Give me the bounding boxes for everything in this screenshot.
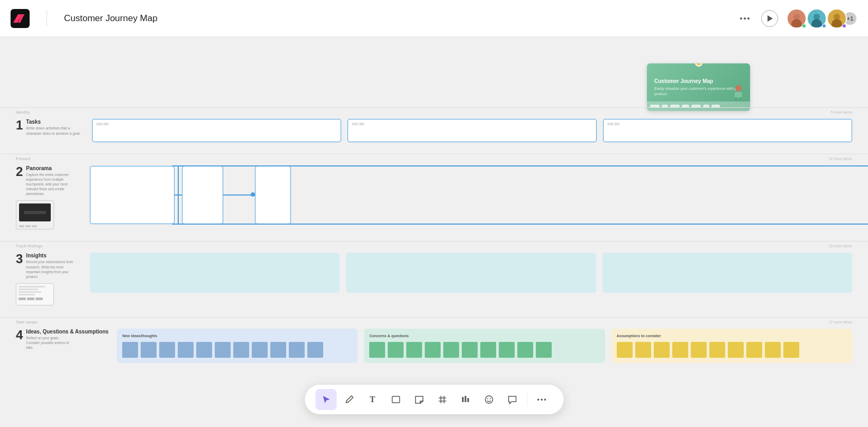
comment-tool-button[interactable] xyxy=(501,389,523,410)
sticky-green-10[interactable] xyxy=(536,342,552,358)
section-2-info: Panorama Capture the entire customer exp… xyxy=(26,165,74,196)
sticky-green-6[interactable] xyxy=(462,342,478,358)
section-4-content: 4 Ideas, Questions & Assumptions Reflect… xyxy=(0,327,868,368)
panorama-card-1[interactable] xyxy=(90,166,175,224)
panorama-card-2[interactable] xyxy=(182,166,223,224)
insight-card-3[interactable] xyxy=(602,253,852,293)
text-tool-button[interactable]: T xyxy=(362,389,383,410)
sticky-blue-3[interactable] xyxy=(159,342,175,358)
canvas[interactable]: Customer Journey Map Easily visualize yo… xyxy=(0,37,868,427)
section-4-num-info: 4 Ideas, Questions & Assumptions Reflect… xyxy=(16,329,108,350)
sticky-green-9[interactable] xyxy=(517,342,533,358)
page-title: Customer Journey Map xyxy=(64,13,158,24)
section-3-info: Insights Record your observations from r… xyxy=(26,253,74,279)
v-line-1 xyxy=(178,165,179,194)
sticky-yellow-2[interactable] xyxy=(635,342,651,358)
section-4-desc: Reflect on your goals. Consider possible… xyxy=(26,336,74,350)
sticky-green-1[interactable] xyxy=(369,342,385,358)
sticky-green-8[interactable] xyxy=(499,342,515,358)
sticky-tool-button[interactable] xyxy=(408,389,430,410)
bottom-connector xyxy=(172,224,868,225)
preview-line-2 xyxy=(19,289,38,290)
top-connector xyxy=(172,165,868,166)
ideas-stickies-yellow xyxy=(617,342,847,358)
sticky-blue-7[interactable] xyxy=(233,342,249,358)
section-3-num-info: 3 Insights Record your observations from… xyxy=(16,253,81,279)
avatar-wrapper-3 xyxy=(827,8,847,29)
section-2-panorama-cards xyxy=(90,165,868,225)
svg-rect-21 xyxy=(467,398,469,402)
sticky-icon xyxy=(414,395,424,404)
sticky-green-5[interactable] xyxy=(443,342,459,358)
section-4-left: 4 Ideas, Questions & Assumptions Reflect… xyxy=(0,329,117,350)
section-1-top-bar: Identify 5 more items xyxy=(0,107,868,117)
bars-icon xyxy=(461,395,470,404)
logo-area: Customer Journey Map xyxy=(11,9,158,28)
sticky-green-2[interactable] xyxy=(388,342,404,358)
section-3-desc: Record your observations from research. … xyxy=(26,259,74,279)
sticky-blue-6[interactable] xyxy=(215,342,231,358)
section-2-num-info: 2 Panorama Capture the entire customer e… xyxy=(16,165,81,196)
sticky-yellow-3[interactable] xyxy=(654,342,670,358)
ideas-stickies-green xyxy=(369,342,599,358)
sticky-blue-8[interactable] xyxy=(252,342,268,358)
section-4-top-bar: Take aways 17 more items xyxy=(0,317,868,327)
sticky-green-7[interactable] xyxy=(480,342,496,358)
section-1-right: 5 more items xyxy=(831,110,852,114)
sticky-yellow-5[interactable] xyxy=(691,342,707,358)
insight-card-2[interactable] xyxy=(346,253,596,293)
sticky-green-3[interactable] xyxy=(406,342,422,358)
cover-person-illustration xyxy=(733,85,744,101)
section-4-info: Ideas, Questions & Assumptions Reflect o… xyxy=(26,329,108,350)
sticky-blue-1[interactable] xyxy=(122,342,138,358)
select-tool-button[interactable] xyxy=(315,389,336,410)
section-2-number: 2 xyxy=(16,165,23,178)
panorama-card-3[interactable] xyxy=(255,166,291,224)
play-button[interactable] xyxy=(761,10,778,27)
task-card-3[interactable]: Add title xyxy=(603,119,852,142)
dot2 xyxy=(744,17,746,20)
grid-tool-button[interactable] xyxy=(432,389,453,410)
sticky-blue-10[interactable] xyxy=(289,342,305,358)
section-2-content: 2 Panorama Capture the entire customer e… xyxy=(0,163,868,235)
more-tools-icon: ••• xyxy=(537,396,547,404)
section-2-preview xyxy=(16,200,54,229)
sticky-green-4[interactable] xyxy=(425,342,441,358)
handle-1 xyxy=(19,225,24,227)
sticky-blue-2[interactable] xyxy=(141,342,157,358)
section-3-insights: Track findings 23 more items 3 Insights … xyxy=(0,241,868,310)
insight-card-1[interactable] xyxy=(90,253,340,293)
section-3-name: Insights xyxy=(26,253,74,258)
svg-point-24 xyxy=(490,398,491,400)
sticky-blue-9[interactable] xyxy=(270,342,286,358)
sticky-blue-4[interactable] xyxy=(178,342,194,358)
preview-line-3 xyxy=(19,291,41,293)
sticky-yellow-9[interactable] xyxy=(765,342,781,358)
sticky-blue-5[interactable] xyxy=(196,342,212,358)
section-3-top-bar: Track findings 23 more items xyxy=(0,241,868,250)
rectangle-tool-button[interactable] xyxy=(385,389,406,410)
avatar-dot-3 xyxy=(842,24,846,28)
sticky-yellow-7[interactable] xyxy=(728,342,744,358)
section-1-name: Tasks xyxy=(26,119,81,125)
more-options-button[interactable] xyxy=(737,14,753,23)
more-tools-button[interactable]: ••• xyxy=(532,389,553,410)
task-card-1[interactable]: Add title xyxy=(92,119,341,142)
sticky-yellow-8[interactable] xyxy=(746,342,762,358)
select-icon xyxy=(321,395,331,404)
svg-rect-20 xyxy=(464,396,466,402)
svg-point-10 xyxy=(735,85,742,91)
section-1-left: 1 Tasks Write down activities that a cha… xyxy=(0,119,92,136)
bars-tool-button[interactable] xyxy=(455,389,476,410)
task-card-2[interactable]: Add title xyxy=(348,119,597,142)
sticky-yellow-10[interactable] xyxy=(783,342,799,358)
cover-card[interactable]: Customer Journey Map Easily visualize yo… xyxy=(647,63,750,111)
sticky-yellow-6[interactable] xyxy=(709,342,725,358)
preview-line-1 xyxy=(19,286,45,287)
sticky-blue-11[interactable] xyxy=(307,342,323,358)
pencil-tool-button[interactable] xyxy=(339,389,360,410)
sticky-yellow-1[interactable] xyxy=(617,342,633,358)
ideas-stickies-blue xyxy=(122,342,352,358)
sticky-yellow-4[interactable] xyxy=(672,342,688,358)
emoji-tool-button[interactable] xyxy=(478,389,499,410)
